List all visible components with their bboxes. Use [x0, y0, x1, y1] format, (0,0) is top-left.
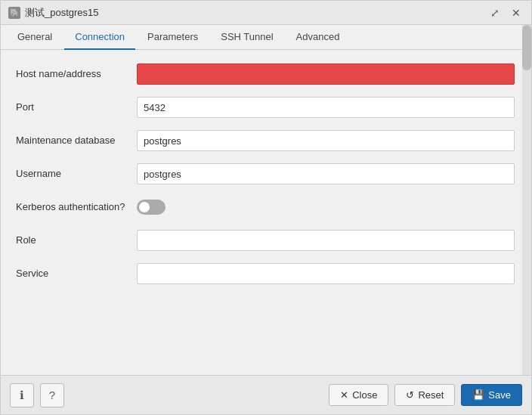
save-label: Save: [488, 389, 511, 401]
kerberos-toggle-container: [137, 200, 515, 215]
host-input[interactable]: [137, 63, 515, 85]
main-window: 🐘 测试_postgres15 ⤢ ✕ General Connection P…: [0, 0, 532, 415]
tab-parameters[interactable]: Parameters: [137, 25, 209, 50]
tab-advanced[interactable]: Advanced: [286, 25, 351, 50]
service-input[interactable]: [137, 263, 515, 284]
close-button[interactable]: ✕: [509, 6, 524, 20]
username-row: Username: [16, 162, 516, 186]
port-label: Port: [16, 101, 137, 114]
maintenance-db-row: Maintenance database: [16, 129, 516, 153]
toggle-slider: [137, 200, 165, 215]
window-title: 测试_postgres15: [25, 6, 99, 20]
close-button[interactable]: ✕ Close: [329, 384, 388, 406]
info-icon: ℹ: [20, 389, 24, 402]
save-button[interactable]: 💾 Save: [461, 384, 522, 406]
maintenance-db-label: Maintenance database: [16, 135, 137, 147]
tab-connection[interactable]: Connection: [64, 25, 135, 50]
service-row: Service: [16, 262, 516, 286]
service-label: Service: [16, 268, 137, 280]
titlebar-left: 🐘 测试_postgres15: [8, 6, 99, 20]
footer-right: ✕ Close ↺ Reset 💾 Save: [329, 384, 522, 406]
tab-general[interactable]: General: [7, 25, 63, 50]
host-row: Host name/address: [16, 62, 516, 86]
maintenance-db-field: [137, 130, 515, 151]
reset-button[interactable]: ↺ Reset: [394, 384, 455, 406]
kerberos-row: Kerberos authentication?: [16, 195, 516, 219]
close-label: Close: [352, 389, 377, 401]
info-button[interactable]: ℹ: [10, 383, 34, 407]
save-icon: 💾: [472, 389, 484, 401]
footer-left: ℹ ?: [10, 383, 64, 407]
role-row: Role: [16, 228, 516, 252]
role-label: Role: [16, 234, 137, 247]
reset-label: Reset: [418, 389, 444, 401]
username-field: [137, 163, 515, 184]
role-input[interactable]: [137, 230, 515, 251]
help-icon: ?: [49, 389, 55, 401]
footer: ℹ ? ✕ Close ↺ Reset 💾 Save: [1, 375, 531, 414]
port-input[interactable]: [137, 97, 515, 118]
close-icon: ✕: [340, 389, 348, 401]
titlebar: 🐘 测试_postgres15 ⤢ ✕: [1, 1, 531, 25]
port-row: Port: [16, 95, 516, 119]
tab-bar: General Connection Parameters SSH Tunnel…: [1, 25, 531, 50]
tab-ssh-tunnel[interactable]: SSH Tunnel: [210, 25, 283, 50]
maintenance-db-input[interactable]: [137, 130, 515, 151]
scrollbar-thumb[interactable]: [522, 25, 531, 70]
app-icon: 🐘: [8, 7, 20, 19]
kerberos-toggle[interactable]: [137, 200, 165, 215]
form-content: Host name/address Port Maintenance datab…: [1, 50, 531, 375]
host-field: [137, 63, 515, 85]
titlebar-controls: ⤢ ✕: [487, 6, 524, 20]
help-button[interactable]: ?: [40, 383, 64, 407]
host-label: Host name/address: [16, 68, 137, 81]
port-field: [137, 97, 515, 118]
maximize-button[interactable]: ⤢: [487, 6, 503, 20]
kerberos-field: [137, 200, 515, 215]
reset-icon: ↺: [406, 389, 414, 401]
username-label: Username: [16, 168, 137, 181]
kerberos-label: Kerberos authentication?: [16, 201, 137, 214]
role-field: [137, 230, 515, 251]
service-field: [137, 263, 515, 284]
username-input[interactable]: [137, 163, 515, 184]
scrollbar-track: [522, 25, 531, 375]
